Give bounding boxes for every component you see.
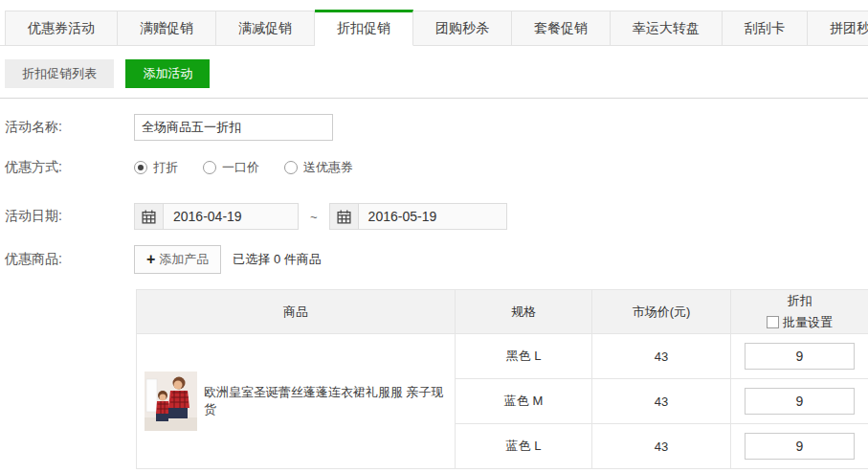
- batch-set-checkbox[interactable]: [767, 316, 779, 328]
- discount-cell: [731, 334, 868, 379]
- promo-products-row: 优惠商品: + 添加产品 已选择 0 件商品: [5, 245, 868, 274]
- radio-option-fixed-price[interactable]: 一口价: [203, 159, 259, 176]
- promo-products-label: 优惠商品:: [5, 251, 134, 268]
- spec-cell: 蓝色 M: [456, 379, 592, 424]
- tab-coupon-activity[interactable]: 优惠券活动: [5, 11, 118, 45]
- end-date-value: 2016-05-19: [359, 209, 447, 224]
- table-row: 欧洲皇室圣诞蕾丝蓬蓬连衣裙礼服服 亲子现货 黑色 L 43: [137, 334, 868, 379]
- radio-unselected-icon[interactable]: [203, 161, 216, 174]
- discount-method-label: 优惠方式:: [5, 159, 134, 176]
- start-date-value: 2016-04-19: [164, 209, 252, 224]
- tab-pin-flash-sale[interactable]: 拼团秒杀: [808, 11, 868, 45]
- add-product-button[interactable]: + 添加产品: [134, 245, 221, 274]
- discount-input[interactable]: [745, 388, 855, 415]
- header-product: 商品: [137, 290, 456, 334]
- discount-list-button[interactable]: 折扣促销列表: [5, 59, 114, 88]
- tab-package-promo[interactable]: 套餐促销: [512, 11, 611, 45]
- product-title: 欧洲皇室圣诞蕾丝蓬蓬连衣裙礼服服 亲子现货: [204, 384, 447, 418]
- price-cell: 43: [592, 424, 731, 469]
- radio-option-discount[interactable]: 打折: [134, 159, 178, 176]
- discount-method-row: 优惠方式: 打折 一口价 送优惠券: [5, 159, 868, 176]
- end-date-picker[interactable]: 2016-05-19: [329, 203, 507, 230]
- add-activity-button[interactable]: 添加活动: [125, 59, 210, 88]
- header-discount: 折扣 批量设置: [731, 290, 868, 334]
- discount-method-options: 打折 一口价 送优惠券: [134, 159, 378, 176]
- tab-full-gift-promo[interactable]: 满赠促销: [118, 11, 216, 45]
- radio-unselected-icon[interactable]: [284, 161, 298, 174]
- radio-option-label: 一口价: [222, 159, 259, 176]
- activity-date-label: 活动日期:: [5, 208, 134, 225]
- radio-selected-icon[interactable]: [134, 161, 147, 174]
- header-price: 市场价(元): [592, 290, 731, 334]
- product-cell: 欧洲皇室圣诞蕾丝蓬蓬连衣裙礼服服 亲子现货: [137, 334, 456, 469]
- promo-products-table: 商品 规格 市场价(元) 折扣 批量设置: [136, 289, 868, 469]
- activity-name-row: 活动名称:: [5, 114, 868, 141]
- tab-scratch-card[interactable]: 刮刮卡: [723, 11, 808, 45]
- radio-option-label: 打折: [153, 159, 178, 176]
- promo-tab-bar: 优惠券活动 满赠促销 满减促销 折扣促销 团购秒杀 套餐促销 幸运大转盘 刮刮卡…: [0, 0, 868, 46]
- spec-cell: 黑色 L: [456, 334, 592, 379]
- batch-set-label: 批量设置: [783, 313, 833, 333]
- activity-date-row: 活动日期: 2016-04-19 ~ 2016-05-19: [5, 203, 868, 230]
- add-activity-form: 活动名称: 优惠方式: 打折 一口价 送优惠券 活动日期:: [0, 99, 868, 274]
- discount-cell: [731, 379, 868, 424]
- discount-input[interactable]: [745, 343, 855, 370]
- radio-option-label: 送优惠券: [303, 159, 353, 176]
- sub-toolbar: 折扣促销列表 添加活动: [0, 46, 868, 99]
- activity-name-label: 活动名称:: [5, 119, 134, 136]
- header-discount-label: 折扣: [731, 291, 868, 311]
- date-range-separator: ~: [310, 210, 318, 224]
- table-header-row: 商品 规格 市场价(元) 折扣 批量设置: [137, 290, 868, 334]
- selected-products-count: 已选择 0 件商品: [233, 251, 321, 268]
- discount-input[interactable]: [745, 433, 855, 460]
- header-spec: 规格: [456, 290, 592, 334]
- radio-option-give-coupon[interactable]: 送优惠券: [284, 159, 353, 176]
- activity-name-input[interactable]: [134, 114, 333, 141]
- tab-group-flash-sale[interactable]: 团购秒杀: [413, 11, 512, 45]
- tab-discount-promo-active[interactable]: 折扣促销: [315, 10, 413, 46]
- price-cell: 43: [592, 334, 731, 379]
- tab-full-reduction-promo[interactable]: 满减促销: [216, 11, 315, 45]
- price-cell: 43: [592, 379, 731, 424]
- plus-icon: +: [146, 252, 155, 267]
- calendar-icon: [135, 204, 164, 229]
- calendar-icon: [330, 204, 359, 229]
- discount-cell: [731, 424, 868, 469]
- add-product-button-label: 添加产品: [159, 251, 209, 268]
- spec-cell: 蓝色 L: [456, 424, 592, 469]
- product-thumbnail-image: [145, 372, 197, 431]
- start-date-picker[interactable]: 2016-04-19: [134, 203, 299, 230]
- tab-lucky-wheel[interactable]: 幸运大转盘: [611, 11, 723, 45]
